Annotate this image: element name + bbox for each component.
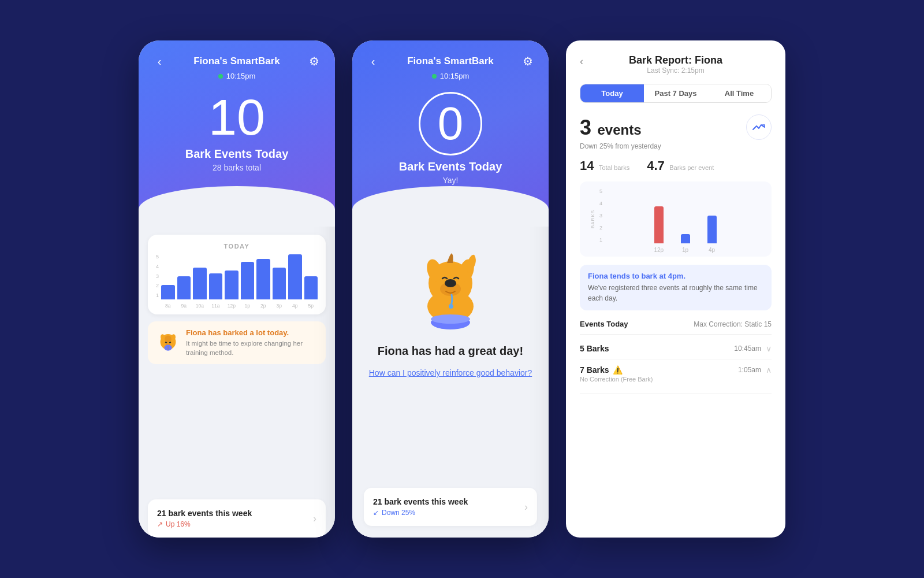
phone2-subtitle: 10:15pm (432, 72, 470, 80)
phone1-body: TODAY 1 2 3 4 5 8a9a10a11a12p1p2p3p4p5p (139, 225, 335, 538)
phone1-bark-total: 28 barks total (213, 163, 261, 172)
alert-title-1: Fiona has barked a lot today. (186, 328, 318, 337)
stat-per-event: 4.7 Barks per event (647, 158, 714, 173)
week-trend-2: ↙ Down 25% (373, 509, 468, 517)
week-summary-2[interactable]: 21 bark events this week ↙ Down 25% › (364, 488, 537, 526)
chart-x-label: 4p (288, 303, 302, 309)
report-back-icon[interactable]: ‹ (580, 55, 583, 68)
event-row-2[interactable]: 7 Barks ⚠️ 1:05am ∧ No Correction (Free … (580, 360, 772, 394)
phone1-bark-label: Bark Events Today (185, 147, 289, 161)
phone2-top-row: ‹ Fiona's SmartBark ⚙ (364, 54, 537, 68)
tab-alltime[interactable]: All Time (707, 84, 771, 102)
report-bar-blue-1 (681, 234, 690, 243)
chart-bar-col (177, 254, 191, 299)
event-chevron-2[interactable]: ∧ (766, 365, 772, 375)
chart-x-labels-1: 8a9a10a11a12p1p2p3p4p5p (161, 303, 318, 309)
stat-total-label: Total barks (599, 164, 629, 171)
event-left-1: 5 Barks (580, 344, 609, 353)
week-arrow-1: › (313, 513, 316, 525)
chart-y-axis-1: 1 2 3 4 5 (156, 254, 161, 309)
report-bars (606, 188, 765, 244)
phone2-body: Fiona has had a great day! How can I pos… (352, 225, 549, 538)
alert-text-1: It might be time to explore changing her… (186, 339, 318, 357)
week-arrow-2: › (524, 501, 528, 513)
max-correction-label: Max Correction: Static 15 (694, 320, 772, 328)
report-x-labels: 12p 1p 4p (606, 247, 765, 253)
alert-card-1: Fiona has barked a lot today. It might b… (148, 321, 326, 364)
phone1-top-row: ‹ Fiona's SmartBark ⚙ (150, 54, 323, 68)
event-warn-2: ⚠️ (613, 365, 623, 375)
chart-x-label: 5p (304, 303, 318, 309)
insight-card: Fiona tends to bark at 4pm. We've regist… (580, 265, 772, 310)
report-chart-inner: 1 2 3 4 5 12 (587, 188, 765, 253)
success-title: Fiona has had a great day! (378, 344, 523, 358)
events-today-label: Events Today (580, 320, 628, 328)
success-link[interactable]: How can I positively reinforce good beha… (369, 367, 532, 379)
chart-x-label: 1p (241, 303, 255, 309)
chart-bar-col (161, 254, 175, 299)
tab-row: Today Past 7 Days All Time (580, 84, 772, 103)
settings-icon-1[interactable]: ⚙ (305, 54, 323, 68)
phone1-title: Fiona's SmartBark (193, 55, 280, 67)
report-bar-red (654, 206, 664, 243)
back-icon-1[interactable]: ‹ (150, 55, 169, 68)
back-icon-2[interactable]: ‹ (364, 55, 382, 68)
trend-arrow-down-2: ↙ (373, 509, 379, 517)
trend-down-label: Down 25% from yesterday (580, 142, 772, 150)
phone2-big-number: 0 (419, 92, 482, 155)
report-x-4p: 4p (707, 247, 717, 253)
phone1-subtitle: 10:15pm (218, 72, 256, 80)
trend-icon-circle (746, 114, 772, 140)
tab-today[interactable]: Today (580, 84, 644, 102)
chart-card-1: TODAY 1 2 3 4 5 8a9a10a11a12p1p2p3p4p5p (148, 235, 326, 314)
y-label-5: 5 (156, 254, 159, 260)
tab-7days[interactable]: Past 7 Days (644, 84, 707, 102)
event-right-2: 1:05am ∧ (738, 365, 772, 375)
chart-area-1: 1 2 3 4 5 8a9a10a11a12p1p2p3p4p5p (156, 254, 318, 309)
phone-card-1: ‹ Fiona's SmartBark ⚙ 10:15pm 10 Bark Ev… (139, 40, 335, 538)
event-left-2: 7 Barks ⚠️ (580, 365, 623, 375)
chart-bars-wrap-1: 8a9a10a11a12p1p2p3p4p5p (161, 254, 318, 309)
events-row: 3 events (580, 114, 772, 140)
events-count: 3 (580, 116, 591, 139)
report-sync: Last Sync: 2:15pm (647, 66, 704, 75)
status-dot-2 (432, 74, 437, 79)
chart-bar-col (304, 254, 318, 299)
chart-bar-col (256, 254, 270, 299)
status-dot-1 (218, 74, 223, 79)
chart-title-1: TODAY (156, 243, 318, 250)
event-row-1[interactable]: 5 Barks 10:45am ∨ (580, 338, 772, 360)
report-bar-4p (707, 197, 717, 243)
svg-point-17 (449, 304, 453, 309)
report-header: ‹ Bark Report: Fiona Last Sync: 2:15pm (580, 54, 772, 75)
svg-point-6 (165, 336, 172, 343)
phone1-time: 10:15pm (226, 72, 256, 80)
event-barks-2: 7 Barks (580, 365, 609, 375)
chart-y-axis-title: BARKS (590, 210, 595, 228)
week-summary-1[interactable]: 21 bark events this week ↗ Up 16% › (148, 499, 326, 538)
event-right-1: 10:45am ∨ (734, 344, 772, 353)
report-bar-12p (654, 197, 664, 243)
chart-bar-col (288, 254, 302, 299)
alert-content-1: Fiona has barked a lot today. It might b… (186, 328, 318, 357)
week-title-1: 21 bark events this week (157, 509, 252, 518)
report-bar-blue-2 (707, 216, 717, 243)
chart-bar-col (209, 254, 223, 299)
report-x-12p: 12p (654, 247, 664, 253)
event-row-2-inner: 7 Barks ⚠️ 1:05am ∧ (580, 365, 772, 375)
trend-arrow-up-1: ↗ (157, 520, 163, 528)
phone2-header: ‹ Fiona's SmartBark ⚙ 10:15pm 0 Bark Eve… (352, 40, 549, 225)
event-chevron-1[interactable]: ∨ (766, 344, 772, 353)
dog-illustration (398, 231, 502, 335)
y-label-1: 1 (156, 293, 159, 298)
report-bar-1p (681, 197, 690, 243)
chart-x-label: 2p (256, 303, 270, 309)
week-trend-1: ↗ Up 16% (157, 520, 252, 528)
stat-total-number: 14 (580, 158, 594, 173)
phone1-header: ‹ Fiona's SmartBark ⚙ 10:15pm 10 Bark Ev… (139, 40, 335, 225)
settings-icon-2[interactable]: ⚙ (519, 54, 537, 68)
report-x-1p: 1p (681, 247, 690, 253)
phone-card-2: ‹ Fiona's SmartBark ⚙ 10:15pm 0 Bark Eve… (352, 40, 549, 538)
y-label-2: 2 (156, 283, 159, 288)
dog-icon-1 (156, 328, 180, 353)
